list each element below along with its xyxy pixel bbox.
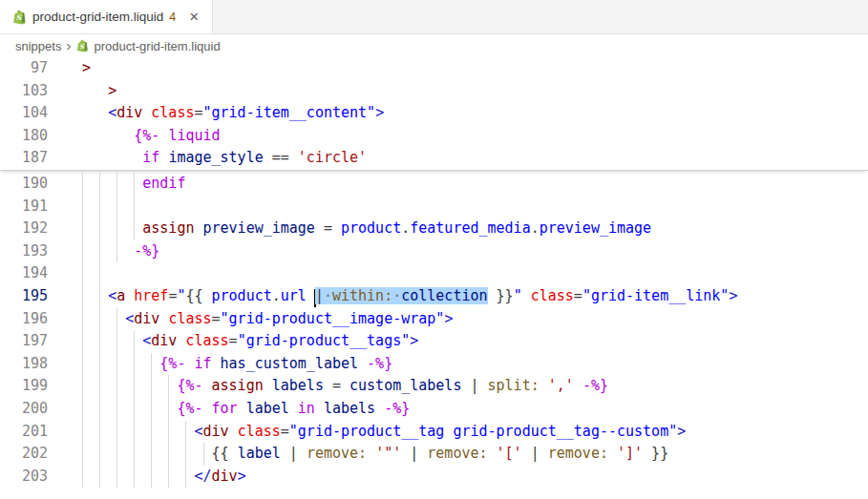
code-token xyxy=(212,355,221,372)
code-token: label xyxy=(246,400,289,417)
breadcrumb-folder[interactable]: snippets xyxy=(15,39,61,53)
code-line[interactable]: 202 {{ label | remove: '"' | remove: '['… xyxy=(0,443,868,466)
line-number[interactable]: 180 xyxy=(0,125,48,148)
line-number[interactable]: 196 xyxy=(0,308,48,331)
indent-guide xyxy=(82,262,83,285)
code-token: div xyxy=(212,468,238,485)
code-line[interactable]: 199 {%- assign labels = custom_labels | … xyxy=(0,375,868,398)
code-token: = xyxy=(281,423,289,440)
code-token xyxy=(65,332,142,349)
code-text[interactable]: {%- for label in labels -%} xyxy=(65,398,410,421)
breadcrumb: snippets › S product-grid-item.liquid xyxy=(0,34,868,57)
tab-bar: S product-grid-item.liquid 4 × xyxy=(0,0,868,34)
code-token: class xyxy=(168,310,211,327)
code-token xyxy=(125,287,134,304)
code-line[interactable]: 197 <div class="grid-product__tags"> xyxy=(0,330,868,353)
code-token xyxy=(289,400,298,417)
code-token: {%- xyxy=(177,377,202,394)
code-token: < xyxy=(125,310,134,327)
code-token: labels xyxy=(272,377,324,394)
code-token: > xyxy=(108,82,116,99)
code-token: > xyxy=(82,59,91,76)
code-token: ']' xyxy=(617,445,643,462)
line-number[interactable]: 187 xyxy=(0,147,48,170)
code-line[interactable]: 187 if image_style == 'circle' xyxy=(0,147,868,170)
code-token: > xyxy=(444,310,453,327)
code-text[interactable]: endif xyxy=(65,173,185,196)
breadcrumb-file[interactable]: product-grid-item.liquid xyxy=(94,39,220,53)
line-number[interactable]: 97 xyxy=(0,57,48,80)
code-token: < xyxy=(194,423,202,440)
tab-close-icon[interactable]: × xyxy=(185,8,202,26)
selected-code-token: within: xyxy=(332,287,392,304)
code-line[interactable]: 97 > xyxy=(0,57,868,80)
code-text[interactable]: <div class="grid-item__content"> xyxy=(65,102,384,125)
line-number[interactable]: 103 xyxy=(0,80,48,103)
code-token: > xyxy=(729,287,737,304)
code-token xyxy=(203,377,212,394)
code-text[interactable]: {%- if has_custom_label -%} xyxy=(65,353,392,376)
code-token: "grid-product__tag grid-product__tag--cu… xyxy=(289,423,677,440)
code-text[interactable]: {%- assign labels = custom_labels | spli… xyxy=(65,375,608,398)
code-token: labels xyxy=(324,400,375,417)
code-token: featured_media xyxy=(410,219,530,237)
code-line[interactable]: 198 {%- if has_custom_label -%} xyxy=(0,353,868,376)
line-number[interactable]: 202 xyxy=(0,443,48,466)
code-text[interactable]: > xyxy=(65,57,91,80)
indent-guide xyxy=(99,262,100,285)
editor-content: 190 endif191192 assign preview_image = p… xyxy=(0,171,868,488)
code-token: . xyxy=(531,219,540,237)
tab-problems-badge: 4 xyxy=(169,10,176,24)
line-number[interactable]: 197 xyxy=(0,330,48,353)
line-number[interactable]: 199 xyxy=(0,375,48,398)
code-token: preview_image xyxy=(203,219,315,237)
code-line[interactable]: 194 xyxy=(0,262,868,285)
line-number[interactable]: 190 xyxy=(0,173,48,196)
code-text[interactable]: > xyxy=(65,80,116,103)
line-number[interactable]: 104 xyxy=(0,102,48,125)
indent-guide xyxy=(116,196,117,218)
line-number[interactable]: 195 xyxy=(0,285,48,308)
code-line[interactable]: 192 assign preview_image = product.featu… xyxy=(0,218,868,240)
code-text[interactable]: -%} xyxy=(65,240,159,263)
code-line[interactable]: 103 > xyxy=(0,80,868,103)
code-token xyxy=(65,127,134,144)
code-token: class xyxy=(185,332,228,349)
code-text[interactable]: <div class="grid-product__image-wrap"> xyxy=(65,308,453,331)
line-number[interactable]: 193 xyxy=(0,240,48,263)
code-token: {{ xyxy=(185,287,211,304)
code-text[interactable]: </div> xyxy=(65,466,246,489)
code-line[interactable]: 104 <div class="grid-item__content"> xyxy=(0,102,868,125)
code-text[interactable]: {{ label | remove: '"' | remove: '[' | r… xyxy=(65,443,668,466)
line-number[interactable]: 200 xyxy=(0,398,48,421)
code-line[interactable]: 195 <a href="{{ product.url |·within:·co… xyxy=(0,285,868,308)
code-line[interactable]: 190 endif xyxy=(0,173,868,196)
line-number[interactable]: 198 xyxy=(0,353,48,376)
code-text[interactable]: <div class="grid-product__tags"> xyxy=(65,330,418,353)
line-number[interactable]: 191 xyxy=(0,196,48,218)
code-token: = xyxy=(194,104,202,121)
code-token: </ xyxy=(194,468,211,485)
code-token xyxy=(358,355,367,372)
line-number[interactable]: 194 xyxy=(0,262,48,285)
code-line[interactable]: 203 </div> xyxy=(0,466,868,489)
code-token: custom_labels xyxy=(349,377,461,394)
line-number[interactable]: 201 xyxy=(0,421,48,444)
line-number[interactable]: 192 xyxy=(0,218,48,240)
code-line[interactable]: 180 {%- liquid xyxy=(0,125,868,148)
code-text[interactable]: assign preview_image = product.featured_… xyxy=(65,218,651,240)
code-line[interactable]: 201 <div class="grid-product__tag grid-p… xyxy=(0,421,868,444)
line-number[interactable]: 203 xyxy=(0,466,48,489)
tab-product-grid-item[interactable]: S product-grid-item.liquid 4 × xyxy=(0,0,213,33)
shopify-file-icon: S xyxy=(11,10,27,25)
code-text[interactable]: if image_style == 'circle' xyxy=(65,147,367,170)
code-text[interactable]: <div class="grid-product__tag grid-produ… xyxy=(65,421,686,444)
code-line[interactable]: 193 -%} xyxy=(0,240,868,263)
code-token: | xyxy=(401,445,427,462)
code-text[interactable]: {%- liquid xyxy=(65,125,221,148)
code-line[interactable]: 196 <div class="grid-product__image-wrap… xyxy=(0,308,868,331)
code-text[interactable]: <a href="{{ product.url |·within:·collec… xyxy=(65,285,737,308)
tab-filename: product-grid-item.liquid xyxy=(32,10,163,24)
code-line[interactable]: 191 xyxy=(0,196,868,218)
code-line[interactable]: 200 {%- for label in labels -%} xyxy=(0,398,868,421)
